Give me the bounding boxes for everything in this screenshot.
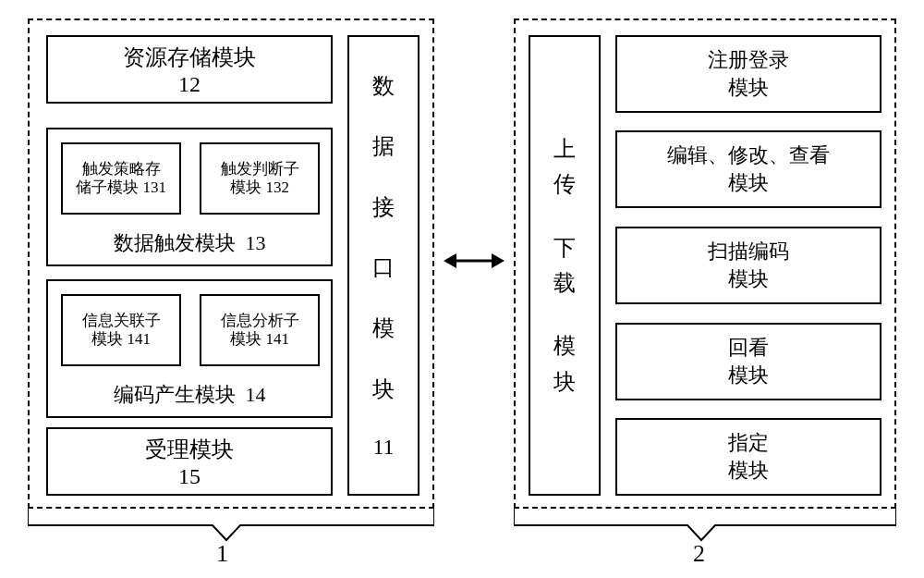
bidirectional-arrow-icon — [442, 242, 506, 279]
assign-module: 指定 模块 — [615, 418, 881, 496]
encoding-gen-title: 编码产生模块 — [114, 383, 236, 406]
playback-l1: 回看 — [728, 334, 769, 362]
data-trigger-title: 数据触发模块 — [114, 231, 236, 254]
di-num: 11 — [372, 435, 394, 460]
resource-storage-title: 资源存储模块 — [123, 43, 256, 72]
ud-c2: 传 — [553, 166, 576, 202]
scan-encode-module: 扫描编码 模块 — [615, 227, 881, 304]
acceptance-module: 受理模块 15 — [46, 427, 333, 496]
edit-view-l2: 模块 — [728, 169, 769, 197]
svg-marker-2 — [492, 253, 505, 268]
resource-storage-module: 资源存储模块 12 — [46, 35, 333, 104]
trigger-policy-submodule: 触发策略存储子模块 131 — [61, 142, 181, 215]
di-c1: 数 — [372, 71, 395, 101]
di-c5: 模 — [372, 314, 395, 343]
register-login-l1: 注册登录 — [708, 46, 789, 74]
playback-l2: 模块 — [728, 362, 769, 389]
scan-encode-l2: 模块 — [728, 265, 769, 293]
di-c6: 块 — [372, 375, 395, 404]
encoding-gen-num: 14 — [246, 383, 266, 406]
ud-c1: 上 — [553, 131, 576, 166]
info-analyze-submodule: 信息分析子模块 141 — [200, 294, 320, 366]
ud-c4: 载 — [553, 265, 576, 301]
acceptance-title: 受理模块 — [145, 435, 234, 464]
data-interface-module: 数 据 接 口 模 块 11 — [347, 35, 419, 496]
playback-module: 回看 模块 — [615, 323, 881, 400]
scan-encode-l1: 扫描编码 — [708, 238, 789, 265]
left-id-label: 1 — [216, 540, 228, 568]
edit-view-l1: 编辑、修改、查看 — [667, 141, 830, 169]
data-trigger-num: 13 — [246, 231, 266, 254]
di-c3: 接 — [372, 192, 395, 222]
di-c4: 口 — [372, 252, 395, 282]
register-login-module: 注册登录 模块 — [615, 35, 881, 113]
assign-l2: 模块 — [728, 457, 769, 485]
assign-l1: 指定 — [728, 429, 769, 457]
di-c2: 据 — [372, 131, 395, 161]
resource-storage-num: 12 — [178, 72, 201, 97]
ud-c6: 块 — [553, 364, 576, 400]
acceptance-num: 15 — [178, 464, 201, 489]
ud-c3: 下 — [553, 230, 576, 265]
right-id-label: 2 — [693, 540, 705, 568]
info-relation-num: 141 — [127, 330, 151, 348]
trigger-judge-submodule: 触发判断子模块 132 — [200, 142, 320, 215]
svg-marker-1 — [444, 253, 456, 268]
upload-download-module: 上 传 下 载 模 块 — [529, 35, 601, 496]
ud-c5: 模 — [553, 328, 576, 363]
trigger-judge-num: 132 — [265, 178, 289, 196]
edit-view-module: 编辑、修改、查看 模块 — [615, 130, 881, 208]
register-login-l2: 模块 — [728, 74, 769, 102]
right-bracket-icon — [514, 509, 896, 546]
left-bracket-icon — [28, 509, 434, 546]
info-relation-submodule: 信息关联子模块 141 — [61, 294, 181, 366]
trigger-policy-num: 131 — [142, 178, 166, 196]
info-analyze-num: 141 — [265, 330, 289, 348]
